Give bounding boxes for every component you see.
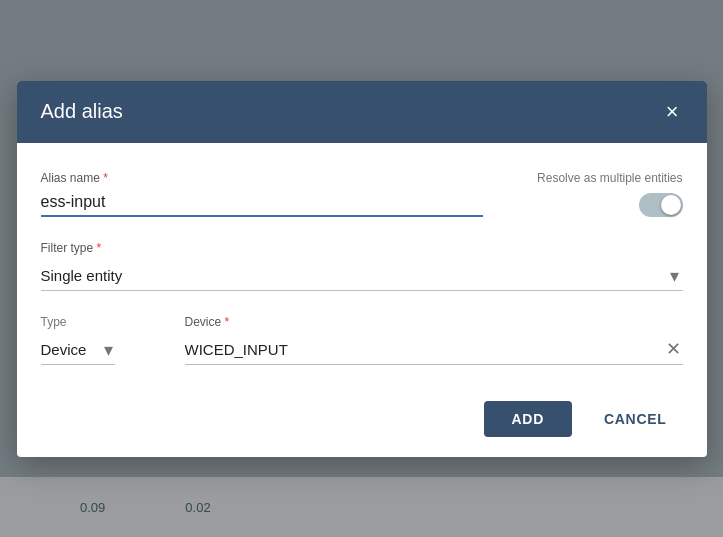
resolve-toggle-label: Resolve as multiple entities bbox=[537, 171, 682, 185]
resolve-toggle-group: Resolve as multiple entities bbox=[523, 171, 683, 217]
device-field: Device * ✕ bbox=[185, 315, 683, 365]
filter-type-select[interactable]: Single entity Multiple entities bbox=[41, 261, 683, 291]
type-select-wrapper: Device Asset Entity ▾ bbox=[41, 335, 115, 365]
cancel-button[interactable]: CANCEL bbox=[588, 401, 683, 437]
alias-name-label: Alias name * bbox=[41, 171, 483, 185]
type-label: Type bbox=[41, 315, 161, 329]
filter-type-wrapper: Single entity Multiple entities ▾ bbox=[41, 261, 683, 291]
overlay: Add alias × Alias name * Resolve as mult… bbox=[0, 0, 723, 537]
device-input-wrapper: ✕ bbox=[185, 335, 683, 365]
toggle-thumb bbox=[661, 195, 681, 215]
alias-name-input[interactable] bbox=[41, 189, 483, 217]
close-button[interactable]: × bbox=[662, 97, 683, 127]
add-alias-dialog: Add alias × Alias name * Resolve as mult… bbox=[17, 81, 707, 457]
resolve-toggle[interactable] bbox=[639, 193, 683, 217]
alias-name-field: Alias name * bbox=[41, 171, 483, 217]
filter-type-field: Filter type * Single entity Multiple ent… bbox=[41, 241, 683, 291]
add-button[interactable]: ADD bbox=[484, 401, 572, 437]
device-label: Device * bbox=[185, 315, 683, 329]
dialog-body: Alias name * Resolve as multiple entitie… bbox=[17, 143, 707, 385]
dialog-footer: ADD CANCEL bbox=[17, 385, 707, 457]
device-input[interactable] bbox=[185, 335, 683, 364]
dialog-header: Add alias × bbox=[17, 81, 707, 143]
device-clear-button[interactable]: ✕ bbox=[666, 338, 681, 360]
filter-type-label: Filter type * bbox=[41, 241, 683, 255]
dialog-title: Add alias bbox=[41, 100, 123, 123]
alias-row: Alias name * Resolve as multiple entitie… bbox=[41, 171, 683, 217]
type-device-row: Type Device Asset Entity ▾ Device * bbox=[41, 315, 683, 365]
type-select[interactable]: Device Asset Entity bbox=[41, 335, 115, 365]
type-field: Type Device Asset Entity ▾ bbox=[41, 315, 161, 365]
